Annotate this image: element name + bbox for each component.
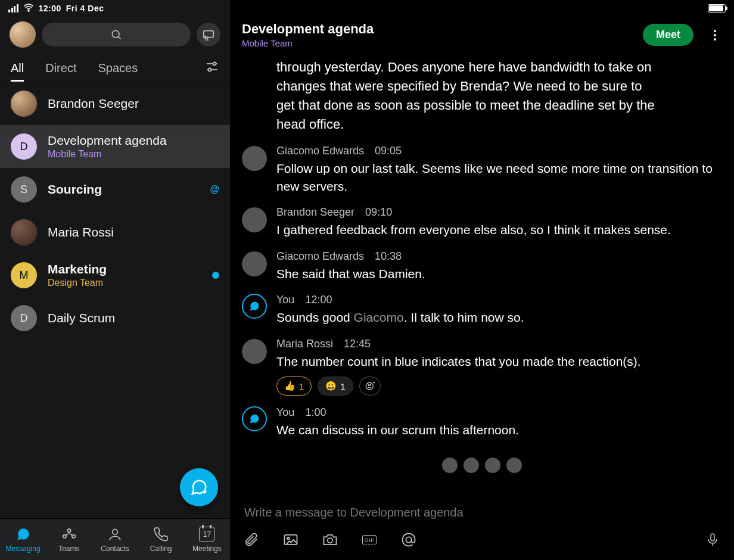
camera-button[interactable] [321,530,340,549]
tab-all[interactable]: All [11,55,24,82]
message-avatar [242,146,267,171]
message-author: Maria Rossi [276,338,333,350]
sidebar-item-development-agenda[interactable]: D Development agenda Mobile Team [0,125,230,168]
message-time: 09:10 [365,206,392,219]
cellular-signal-icon [8,4,18,13]
at-icon [400,531,417,548]
nav-label: Contacts [101,545,129,553]
search-input[interactable] [42,23,191,46]
camera-icon [322,531,338,548]
nav-label: Meetings [192,545,222,553]
mention[interactable]: Giacomo [354,310,404,324]
status-date: Fri 4 Dec [66,4,104,13]
message-author: You [276,294,294,306]
svg-point-10 [67,528,70,531]
message-text: I gathered feedback from everyone else a… [276,221,722,239]
nav-calling[interactable]: Calling [138,519,184,560]
chat-plus-icon [190,478,208,496]
nav-label: Teams [58,545,79,553]
self-avatar [242,406,267,431]
message-text: Follow up on our last talk. Seems like w… [276,160,722,196]
message-text: through yesterday. Does anyone here have… [276,58,658,134]
message-list[interactable]: through yesterday. Does anyone here have… [230,58,734,494]
bottom-nav: Messaging Teams Contacts Calling 17 Meet… [0,518,230,560]
chat-title: Brandon Seeger [48,97,139,111]
sidebar-item-daily-scrum[interactable]: D Daily Scrum [0,297,230,340]
self-avatar [242,294,267,319]
sliders-icon [205,60,219,74]
mention-badge: @ [210,184,219,195]
unread-dot [212,272,219,279]
message-time: 10:38 [375,250,402,263]
image-icon [282,531,299,548]
chat-title: Development agenda [48,133,167,148]
chat-subtitle: Design Team [48,278,107,288]
filter-button[interactable] [205,60,219,77]
reaction-smile[interactable]: 😀1 [318,377,353,396]
calendar-day: 17 [203,531,211,538]
message-avatar [242,207,267,232]
space-avatar: S [11,176,37,203]
meet-button[interactable]: Meet [643,24,693,46]
voice-button[interactable] [703,530,722,549]
user-avatar[interactable] [10,21,36,48]
chat-bubble-icon [248,413,260,425]
receipt-avatar [484,456,502,474]
new-message-fab[interactable] [180,468,218,506]
mention-button[interactable] [399,530,418,549]
message-text: We can discuss in our scrum this afterno… [276,421,722,439]
message-avatar [242,251,267,276]
chat-panel: Development agenda Mobile Team Meet thro… [230,0,734,560]
message-row: Maria Rossi12:45 The number count in blu… [242,338,722,396]
sidebar-item-sourcing[interactable]: S Sourcing @ [0,168,230,211]
nav-teams[interactable]: Teams [46,519,92,560]
message-input[interactable] [242,497,722,528]
sidebar-item-maria[interactable]: Maria Rossi [0,211,230,254]
reaction-thumbs-up[interactable]: 👍1 [276,377,312,396]
nav-meetings[interactable]: 17 Meetings [184,519,230,560]
svg-point-15 [368,385,369,386]
message-text: She said that was Damien. [276,265,722,283]
composer-toolbar: GIF [242,528,722,549]
chat-title: Marketing [48,262,107,276]
gif-button[interactable]: GIF [360,530,379,549]
tab-direct[interactable]: Direct [45,55,76,82]
status-bar: 12:00 Fri 4 Dec [0,0,734,17]
svg-point-22 [406,537,411,542]
composer: GIF [230,494,734,560]
sidebar-tabs: All Direct Spaces [0,55,230,82]
calendar-icon: 17 [199,527,214,542]
battery-icon [708,4,726,13]
calling-icon [153,527,169,542]
more-menu-button[interactable] [708,28,722,42]
attach-button[interactable] [242,530,261,549]
cast-button[interactable] [197,23,220,46]
message-text: Sounds good Giacomo. Il talk to him now … [276,309,722,326]
avatar [11,219,37,245]
message-author: Brandon Seeger [276,206,354,219]
nav-contacts[interactable]: Contacts [92,519,138,560]
message-row: You12:00 Sounds good Giacomo. Il talk to… [242,294,722,326]
nav-messaging[interactable]: Messaging [0,519,46,560]
tab-spaces[interactable]: Spaces [98,55,138,82]
receipt-avatar [462,456,480,474]
paperclip-icon [244,532,259,547]
message-author: Giacomo Edwards [276,145,364,157]
wifi-icon [23,2,34,15]
chat-title: Maria Rossi [48,225,114,239]
sidebar-item-marketing[interactable]: M Marketing Design Team [0,254,230,297]
add-reaction-button[interactable] [359,377,381,396]
chat-header: Development agenda Mobile Team Meet [230,17,734,58]
message-row: Giacomo Edwards10:38 She said that was D… [242,250,722,283]
teams-icon [61,527,77,542]
cast-icon [202,28,215,41]
gif-icon: GIF [362,535,377,545]
svg-point-20 [287,537,290,540]
image-button[interactable] [281,530,300,549]
message-text: The number count in blue indicates that … [276,353,722,371]
message-time: 12:00 [305,294,332,306]
reaction-bar: 👍1 😀1 [276,377,722,396]
sidebar-item-brandon[interactable]: Brandon Seeger [0,82,230,125]
nav-label: Calling [150,545,172,553]
receipt-avatar [505,456,523,474]
